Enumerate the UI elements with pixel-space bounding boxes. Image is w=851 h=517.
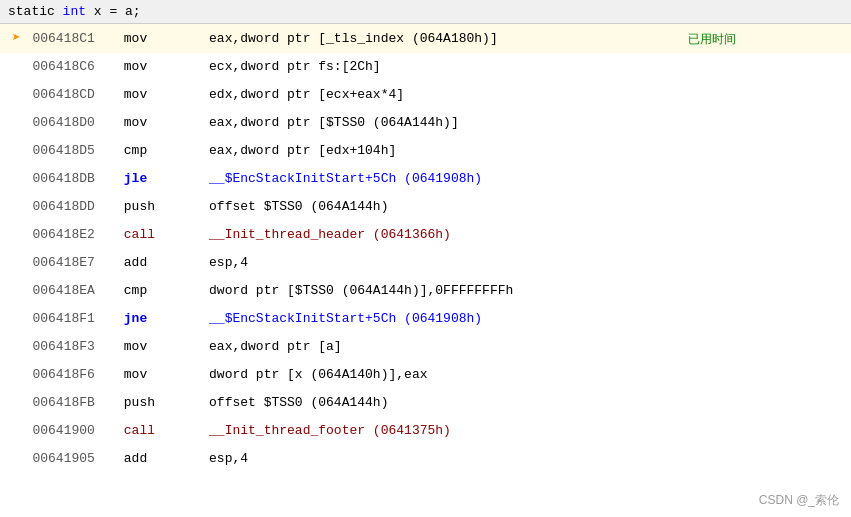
- row-mnemonic: mov: [120, 81, 201, 109]
- watermark: CSDN @_索伦: [759, 492, 839, 509]
- table-row[interactable]: 00641900call__Init_thread_footer (064137…: [0, 417, 851, 445]
- table-row[interactable]: 006418F1jne__$EncStackInitStart+5Ch (064…: [0, 305, 851, 333]
- header-bar: static int x = a;: [0, 0, 851, 24]
- row-address: 006418F3: [28, 333, 119, 361]
- row-arrow: [0, 221, 28, 249]
- table-row[interactable]: 006418D5cmpeax,dword ptr [edx+104h]: [0, 137, 851, 165]
- disasm-container: ➤006418C1moveax,dword ptr [_tls_index (0…: [0, 24, 851, 511]
- row-operands: esp,4: [201, 249, 688, 277]
- row-mnemonic: cmp: [120, 277, 201, 305]
- table-row[interactable]: 006418DBjle__$EncStackInitStart+5Ch (064…: [0, 165, 851, 193]
- row-mnemonic: add: [120, 249, 201, 277]
- disasm-table: ➤006418C1moveax,dword ptr [_tls_index (0…: [0, 24, 851, 473]
- table-row[interactable]: 006418FBpushoffset $TSS0 (064A144h): [0, 389, 851, 417]
- table-row[interactable]: 006418EAcmpdword ptr [$TSS0 (064A144h)],…: [0, 277, 851, 305]
- row-comment: [688, 81, 851, 109]
- row-address: 006418E7: [28, 249, 119, 277]
- row-arrow: [0, 109, 28, 137]
- row-operands: __$EncStackInitStart+5Ch (0641908h): [201, 165, 688, 193]
- row-arrow: [0, 417, 28, 445]
- row-arrow: [0, 165, 28, 193]
- row-arrow: [0, 445, 28, 473]
- row-address: 006418F6: [28, 361, 119, 389]
- row-address: 006418C6: [28, 53, 119, 81]
- row-address: 006418E2: [28, 221, 119, 249]
- table-row[interactable]: ➤006418C1moveax,dword ptr [_tls_index (0…: [0, 24, 851, 53]
- table-row[interactable]: 006418C6movecx,dword ptr fs:[2Ch]: [0, 53, 851, 81]
- row-mnemonic: add: [120, 445, 201, 473]
- row-comment: [688, 193, 851, 221]
- row-comment: [688, 221, 851, 249]
- row-comment: [688, 277, 851, 305]
- row-address: 006418C1: [28, 24, 119, 53]
- row-address: 006418EA: [28, 277, 119, 305]
- row-arrow: [0, 333, 28, 361]
- row-comment: [688, 333, 851, 361]
- row-address: 006418D5: [28, 137, 119, 165]
- row-comment: [688, 361, 851, 389]
- row-arrow: [0, 81, 28, 109]
- row-operands: eax,dword ptr [$TSS0 (064A144h)]: [201, 109, 688, 137]
- row-arrow: [0, 277, 28, 305]
- table-row[interactable]: 006418D0moveax,dword ptr [$TSS0 (064A144…: [0, 109, 851, 137]
- row-operands: dword ptr [x (064A140h)],eax: [201, 361, 688, 389]
- row-mnemonic: jne: [120, 305, 201, 333]
- header-prefix: static: [8, 4, 63, 19]
- row-mnemonic: mov: [120, 109, 201, 137]
- table-row[interactable]: 006418CDmovedx,dword ptr [ecx+eax*4]: [0, 81, 851, 109]
- row-address: 006418D0: [28, 109, 119, 137]
- table-row[interactable]: 00641905addesp,4: [0, 445, 851, 473]
- row-arrow: [0, 137, 28, 165]
- row-operands: esp,4: [201, 445, 688, 473]
- row-comment: [688, 417, 851, 445]
- header-suffix: x = a;: [86, 4, 141, 19]
- table-row[interactable]: 006418F6movdword ptr [x (064A140h)],eax: [0, 361, 851, 389]
- row-operands: edx,dword ptr [ecx+eax*4]: [201, 81, 688, 109]
- row-operands: eax,dword ptr [a]: [201, 333, 688, 361]
- row-address: 00641905: [28, 445, 119, 473]
- row-arrow: [0, 249, 28, 277]
- row-mnemonic: mov: [120, 53, 201, 81]
- row-operands: dword ptr [$TSS0 (064A144h)],0FFFFFFFFh: [201, 277, 688, 305]
- row-operands: eax,dword ptr [edx+104h]: [201, 137, 688, 165]
- row-arrow: [0, 389, 28, 417]
- row-comment: [688, 165, 851, 193]
- row-address: 006418F1: [28, 305, 119, 333]
- row-address: 006418CD: [28, 81, 119, 109]
- row-mnemonic: push: [120, 389, 201, 417]
- row-arrow: ➤: [0, 24, 28, 53]
- row-operands: __$EncStackInitStart+5Ch (0641908h): [201, 305, 688, 333]
- row-mnemonic: cmp: [120, 137, 201, 165]
- row-operands: __Init_thread_footer (0641375h): [201, 417, 688, 445]
- row-mnemonic: mov: [120, 333, 201, 361]
- table-row[interactable]: 006418DDpushoffset $TSS0 (064A144h): [0, 193, 851, 221]
- row-address: 006418DD: [28, 193, 119, 221]
- row-operands: offset $TSS0 (064A144h): [201, 389, 688, 417]
- row-arrow: [0, 361, 28, 389]
- row-arrow: [0, 305, 28, 333]
- header-type: int: [63, 4, 86, 19]
- row-operands: __Init_thread_header (0641366h): [201, 221, 688, 249]
- row-operands: ecx,dword ptr fs:[2Ch]: [201, 53, 688, 81]
- row-mnemonic: mov: [120, 361, 201, 389]
- table-row[interactable]: 006418E2call__Init_thread_header (064136…: [0, 221, 851, 249]
- row-comment: [688, 305, 851, 333]
- header-code: static int x = a;: [8, 4, 141, 19]
- table-row[interactable]: 006418F3moveax,dword ptr [a]: [0, 333, 851, 361]
- row-comment: [688, 445, 851, 473]
- row-arrow: [0, 53, 28, 81]
- row-mnemonic: call: [120, 417, 201, 445]
- row-address: 006418FB: [28, 389, 119, 417]
- row-comment: [688, 109, 851, 137]
- row-address: 006418DB: [28, 165, 119, 193]
- row-mnemonic: jle: [120, 165, 201, 193]
- row-comment: [688, 137, 851, 165]
- row-mnemonic: push: [120, 193, 201, 221]
- row-mnemonic: mov: [120, 24, 201, 53]
- row-operands: offset $TSS0 (064A144h): [201, 193, 688, 221]
- row-comment: 已用时间: [688, 24, 851, 53]
- row-comment: [688, 53, 851, 81]
- table-row[interactable]: 006418E7addesp,4: [0, 249, 851, 277]
- row-operands: eax,dword ptr [_tls_index (064A180h)]: [201, 24, 688, 53]
- row-comment: [688, 389, 851, 417]
